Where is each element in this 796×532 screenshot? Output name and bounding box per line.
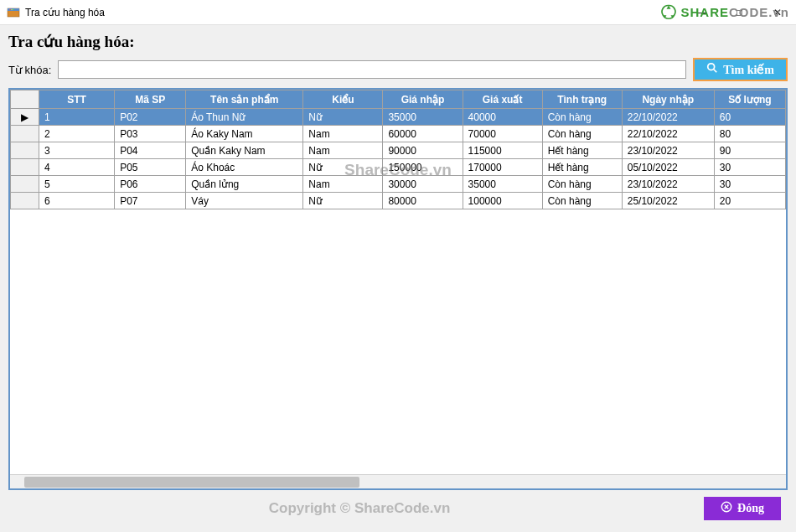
cell[interactable]: 6 — [39, 193, 115, 209]
table-row[interactable]: 4P05Áo KhoácNữ150000170000Hết hàng05/10/… — [11, 159, 786, 176]
cell[interactable]: Áo Khoác — [186, 159, 303, 176]
svg-point-3 — [11, 8, 12, 9]
column-header[interactable]: Giá xuất — [463, 90, 542, 109]
row-selector-header — [11, 90, 39, 109]
cell[interactable]: 40000 — [463, 109, 542, 126]
table-row[interactable]: 2P03Áo Kaky NamNam6000070000Còn hàng22/1… — [11, 126, 786, 142]
svg-point-4 — [13, 8, 13, 9]
cell[interactable]: Nữ — [303, 159, 383, 176]
cell[interactable]: 30 — [714, 176, 785, 193]
cell[interactable]: Hết hàng — [542, 142, 622, 159]
row-indicator[interactable] — [11, 176, 39, 193]
cell[interactable]: Nam — [303, 126, 383, 142]
cell[interactable]: 23/10/2022 — [622, 176, 714, 193]
window-title: Tra cứu hàng hóa — [25, 7, 105, 18]
column-header[interactable]: Kiểu — [303, 90, 383, 109]
svg-point-2 — [9, 8, 10, 9]
cell[interactable]: 90000 — [383, 142, 463, 159]
cell[interactable]: Váy — [186, 193, 303, 209]
row-indicator[interactable] — [11, 159, 39, 176]
app-icon — [7, 6, 20, 19]
cell[interactable]: 2 — [39, 126, 115, 142]
cell[interactable]: Quần Kaky Nam — [186, 142, 303, 159]
column-header[interactable]: Tình trạng — [542, 90, 622, 109]
cell[interactable]: 22/10/2022 — [622, 109, 714, 126]
cell[interactable]: Nữ — [303, 109, 383, 126]
cell[interactable]: 60 — [714, 109, 785, 126]
cell[interactable]: 80 — [714, 126, 785, 142]
search-input[interactable] — [58, 60, 686, 79]
horizontal-scrollbar[interactable] — [10, 474, 786, 488]
cell[interactable]: 170000 — [463, 159, 542, 176]
cell[interactable]: Hết hàng — [542, 159, 622, 176]
column-header[interactable]: Giá nhập — [383, 90, 463, 109]
recycle-icon — [660, 3, 677, 20]
cell[interactable]: 23/10/2022 — [622, 142, 714, 159]
cell[interactable]: 60000 — [383, 126, 463, 142]
cell[interactable]: P07 — [115, 193, 186, 209]
cell[interactable]: Còn hàng — [542, 176, 622, 193]
row-indicator[interactable]: ▶ — [11, 109, 39, 126]
close-button-label: Đóng — [737, 502, 764, 515]
svg-line-6 — [714, 70, 717, 73]
cell[interactable]: 5 — [39, 176, 115, 193]
cell[interactable]: 20 — [714, 193, 785, 209]
row-indicator[interactable] — [11, 193, 39, 209]
close-button[interactable]: Đóng — [704, 497, 781, 520]
column-header[interactable]: Mã SP — [115, 90, 186, 109]
cell[interactable]: 4 — [39, 159, 115, 176]
search-button[interactable]: Tìm kiếm — [693, 58, 788, 81]
cell[interactable]: 115000 — [463, 142, 542, 159]
cell[interactable]: 150000 — [383, 159, 463, 176]
column-header[interactable]: STT — [39, 90, 115, 109]
column-header[interactable]: Số lượng — [714, 90, 785, 109]
page-title: Tra cứu hàng hóa: — [8, 32, 788, 51]
table-row[interactable]: 5P06Quần lửngNam3000035000Còn hàng23/10/… — [11, 176, 786, 193]
search-icon — [706, 62, 718, 77]
cell[interactable]: 70000 — [463, 126, 542, 142]
cell[interactable]: Còn hàng — [542, 109, 622, 126]
cell[interactable]: Áo Thun Nữ — [186, 109, 303, 126]
cell[interactable]: Nữ — [303, 193, 383, 209]
cell[interactable]: 1 — [39, 109, 115, 126]
row-indicator[interactable] — [11, 126, 39, 142]
cell[interactable]: 90 — [714, 142, 785, 159]
cell[interactable]: 35000 — [463, 176, 542, 193]
cell[interactable]: 80000 — [383, 193, 463, 209]
cell[interactable]: 22/10/2022 — [622, 126, 714, 142]
cell[interactable]: P06 — [115, 176, 186, 193]
cell[interactable]: 3 — [39, 142, 115, 159]
cell[interactable]: Nam — [303, 142, 383, 159]
table-row[interactable]: 6P07VáyNữ80000100000Còn hàng25/10/202220 — [11, 193, 786, 209]
cell[interactable]: 100000 — [463, 193, 542, 209]
search-button-label: Tìm kiếm — [723, 63, 774, 77]
svg-point-5 — [708, 64, 715, 70]
row-indicator[interactable] — [11, 142, 39, 159]
table-row[interactable]: ▶1P02Áo Thun NữNữ3500040000Còn hàng22/10… — [11, 109, 786, 126]
cell[interactable]: Còn hàng — [542, 126, 622, 142]
cell[interactable]: 05/10/2022 — [622, 159, 714, 176]
close-icon — [721, 501, 732, 516]
cell[interactable]: Còn hàng — [542, 193, 622, 209]
copyright-text: Copyright © ShareCode.vn — [15, 500, 704, 517]
cell[interactable]: 25/10/2022 — [622, 193, 714, 209]
cell[interactable]: P02 — [115, 109, 186, 126]
column-header[interactable]: Ngày nhập — [622, 90, 714, 109]
cell[interactable]: 30 — [714, 159, 785, 176]
cell[interactable]: 35000 — [383, 109, 463, 126]
brand-watermark: SHARECODE.vn — [660, 3, 789, 20]
cell[interactable]: Áo Kaky Nam — [186, 126, 303, 142]
cell[interactable]: Quần lửng — [186, 176, 303, 193]
cell[interactable]: P05 — [115, 159, 186, 176]
data-grid[interactable]: STTMã SPTên sản phẩmKiểuGiá nhậpGiá xuất… — [8, 88, 788, 490]
cell[interactable]: P04 — [115, 142, 186, 159]
cell[interactable]: 30000 — [383, 176, 463, 193]
cell[interactable]: P03 — [115, 126, 186, 142]
cell[interactable]: Nam — [303, 176, 383, 193]
table-row[interactable]: 3P04Quần Kaky NamNam90000115000Hết hàng2… — [11, 142, 786, 159]
search-row: Từ khóa: Tìm kiếm — [8, 58, 788, 81]
search-label: Từ khóa: — [8, 64, 51, 76]
column-header[interactable]: Tên sản phẩm — [186, 90, 303, 109]
